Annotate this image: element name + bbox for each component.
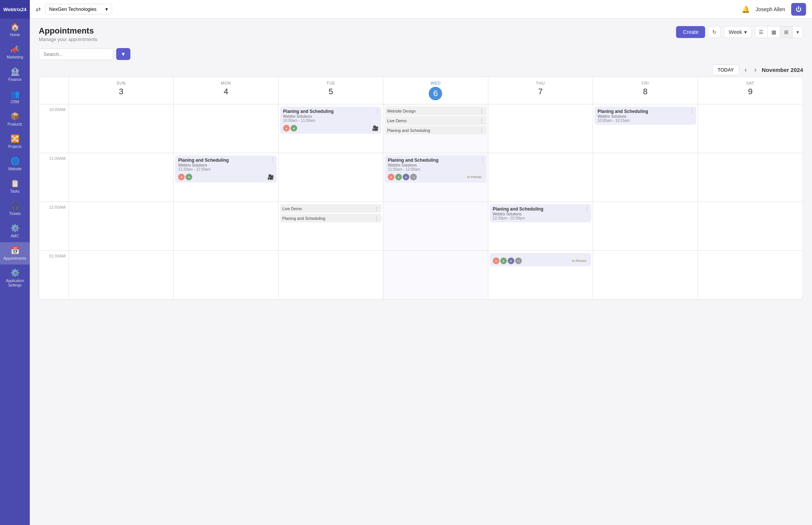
appointment-slim[interactable]: Live Demo ⋮: [280, 204, 381, 213]
home-icon: 🏠: [10, 22, 20, 31]
appointment-card-bottom[interactable]: ●●●+1In Person: [490, 253, 591, 266]
power-button[interactable]: ⏻: [791, 3, 806, 16]
card-footer: ●●●+1In Person: [493, 257, 588, 264]
appointment-slim[interactable]: Live Demo ⋮: [385, 116, 486, 125]
grid-view-button[interactable]: ⊞: [780, 26, 793, 38]
appointment-org: Webtrix Solutions: [178, 163, 273, 167]
sidebar-item-settings[interactable]: ⚙️ Application Settings: [0, 265, 30, 291]
sidebar-item-products[interactable]: 📦 Products: [0, 108, 30, 130]
slim-menu-icon[interactable]: ⋮: [374, 206, 379, 211]
day-name: THU: [491, 81, 590, 85]
time-label: 12:00AM: [39, 202, 69, 250]
appointment-time: 11:00am - 12:00am: [388, 167, 483, 171]
sidebar-label-amc: AMC: [11, 234, 19, 238]
avatar: ●: [291, 125, 297, 132]
day-cell-1-4: [488, 153, 593, 202]
card-menu-icon[interactable]: ⋮: [375, 108, 380, 114]
day-number: 7: [491, 87, 590, 97]
prev-week-button[interactable]: ‹: [742, 64, 749, 75]
refresh-button[interactable]: ↻: [708, 26, 721, 38]
header-actions: Create ↻ Week ▾ ☰ ▦ ⊞ ▾: [676, 26, 803, 38]
calendar-view-button[interactable]: ▦: [768, 26, 780, 38]
notification-bell-icon[interactable]: 🔔: [742, 5, 750, 13]
appointment-card[interactable]: ⋮ Planing and Scheduling Webtrix Solutio…: [490, 204, 591, 222]
sidebar-item-amc[interactable]: ⚙️ AMC: [0, 220, 30, 242]
today-button[interactable]: TODAY: [712, 64, 740, 75]
list-view-button[interactable]: ☰: [755, 26, 768, 38]
sidebar-item-home[interactable]: 🏠 Home: [0, 19, 30, 41]
video-icon: 🎥: [267, 174, 274, 180]
cal-day-header-5: TUE 5: [279, 77, 383, 104]
card-menu-icon[interactable]: ⋮: [689, 108, 695, 114]
calendar-row-2: 12:00AM Live Demo ⋮ Planing and Scheduli…: [39, 202, 803, 251]
search-input[interactable]: [39, 48, 113, 60]
appointment-slim[interactable]: Planing and Scheduling ⋮: [385, 126, 486, 135]
appointment-card[interactable]: ⋮ Planing and Scheduling Webtrix Solutio…: [175, 155, 276, 183]
day-cell-3-2: [279, 251, 383, 299]
time-label: 01:00AM: [39, 251, 69, 299]
view-toggle: ☰ ▦ ⊞ ▾: [755, 26, 803, 38]
time-header: [39, 77, 69, 104]
create-button[interactable]: Create: [676, 26, 705, 38]
appointment-card[interactable]: ⋮ Planing and Scheduling Webtrix Solutio…: [594, 107, 696, 125]
appointment-card[interactable]: ⋮ Planing and Scheduling Webtrix Solutio…: [385, 155, 486, 183]
company-selector[interactable]: NexGen Technologies ▾: [45, 4, 112, 15]
time-label: 11:00AM: [39, 153, 69, 202]
day-cell-2-6: [698, 202, 803, 250]
sidebar-item-appointments[interactable]: 📅 Appointments: [0, 242, 30, 265]
day-cell-3-1: [174, 251, 278, 299]
dropdown-view-button[interactable]: ▾: [793, 26, 803, 38]
appointment-slim[interactable]: Website Design ⋮: [385, 107, 486, 115]
sidebar-item-crm[interactable]: 👥 CRM: [0, 86, 30, 108]
tasks-icon: 📋: [10, 179, 20, 188]
inperson-tag: In Person: [465, 174, 483, 180]
card-footer: ●●●+1In Person: [388, 174, 483, 180]
slim-menu-icon[interactable]: ⋮: [479, 108, 484, 114]
sidebar-label-marketing: Marketing: [7, 55, 23, 60]
inperson-tag: In Person: [570, 258, 589, 263]
next-week-button[interactable]: ›: [752, 64, 759, 75]
company-name: NexGen Technologies: [49, 6, 96, 12]
slim-menu-icon[interactable]: ⋮: [479, 118, 484, 123]
appointment-slim[interactable]: Planing and Scheduling ⋮: [280, 214, 381, 222]
finance-icon: 🏦: [10, 67, 20, 76]
card-footer: ●●🎥: [178, 174, 273, 180]
sidebar-item-tasks[interactable]: 📋 Tasks: [0, 175, 30, 197]
day-cell-2-1: [174, 202, 278, 250]
sidebar-item-website[interactable]: 🌐 Website: [0, 153, 30, 175]
week-selector[interactable]: Week ▾: [724, 26, 752, 38]
filter-bar: ▼: [39, 48, 803, 60]
day-cell-2-0: [69, 202, 174, 250]
calendar-row-3: 01:00AM●●●+1In Person: [39, 251, 803, 299]
products-icon: 📦: [10, 112, 20, 121]
topbar-right: 🔔 Joseph Allen ⏻: [742, 3, 806, 16]
filter-button[interactable]: ▼: [116, 48, 130, 60]
slim-menu-icon[interactable]: ⋮: [479, 127, 484, 133]
cal-day-header-9: SAT 9: [698, 77, 803, 104]
page-title-group: Appointments Manage your appointments: [39, 26, 98, 42]
day-number: 8: [595, 87, 695, 97]
day-cell-0-5: ⋮ Planing and Scheduling Webtrix Solutio…: [593, 104, 698, 153]
day-name: SAT: [700, 81, 800, 85]
sidebar-item-projects[interactable]: 🔀 Projects: [0, 130, 30, 153]
card-menu-icon[interactable]: ⋮: [584, 206, 590, 212]
sidebar-item-tickets[interactable]: 🎧 Tickets: [0, 197, 30, 220]
slim-menu-icon[interactable]: ⋮: [374, 215, 379, 221]
slim-title: Planing and Scheduling: [387, 128, 430, 133]
swap-icon[interactable]: ⇄: [36, 6, 41, 13]
sidebar-item-finance[interactable]: 🏦 Finance: [0, 63, 30, 86]
sidebar-item-marketing[interactable]: 📣 Marketing: [0, 41, 30, 63]
appointments-icon: 📅: [10, 246, 20, 255]
projects-icon: 🔀: [10, 134, 20, 143]
appointment-card[interactable]: ⋮ Planing and Scheduling Webtrix Solutio…: [280, 107, 381, 134]
attendee-avatars: ●●●+1: [388, 174, 417, 180]
avatar: ●: [185, 174, 192, 180]
week-label: Week: [729, 29, 742, 35]
cal-day-header-4: MON 4: [174, 77, 278, 104]
slim-title: Live Demo: [387, 118, 407, 123]
card-menu-icon[interactable]: ⋮: [270, 157, 275, 163]
attendee-avatars: ●●●+1: [493, 257, 522, 264]
tickets-icon: 🎧: [10, 201, 20, 210]
card-menu-icon[interactable]: ⋮: [480, 157, 485, 163]
day-cell-1-5: [593, 153, 698, 202]
